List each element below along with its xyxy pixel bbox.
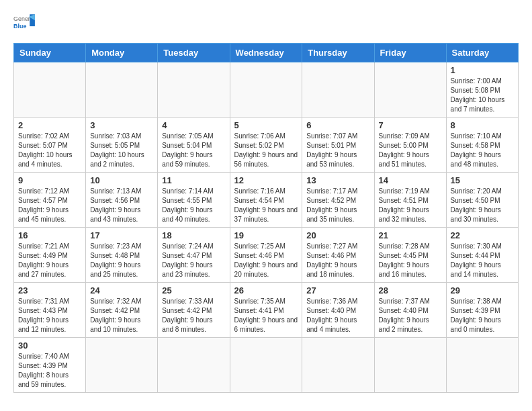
day-info: Sunrise: 7:20 AM Sunset: 4:50 PM Dayligh…	[451, 187, 514, 224]
calendar-cell	[374, 338, 446, 393]
day-info: Sunrise: 7:02 AM Sunset: 5:07 PM Dayligh…	[18, 132, 81, 169]
day-info: Sunrise: 7:07 AM Sunset: 5:01 PM Dayligh…	[306, 132, 369, 169]
day-number: 25	[162, 285, 225, 295]
calendar-cell	[158, 62, 230, 118]
calendar-cell: 15Sunrise: 7:20 AM Sunset: 4:50 PM Dayli…	[446, 173, 518, 228]
day-info: Sunrise: 7:33 AM Sunset: 4:42 PM Dayligh…	[162, 297, 225, 334]
calendar-cell: 17Sunrise: 7:23 AM Sunset: 4:48 PM Dayli…	[86, 228, 158, 283]
calendar-cell	[302, 62, 374, 118]
week-row-3: 9Sunrise: 7:12 AM Sunset: 4:57 PM Daylig…	[14, 173, 519, 228]
day-number: 27	[306, 285, 369, 295]
day-number: 28	[379, 285, 442, 295]
day-info: Sunrise: 7:03 AM Sunset: 5:05 PM Dayligh…	[90, 132, 153, 169]
day-info: Sunrise: 7:09 AM Sunset: 5:00 PM Dayligh…	[379, 132, 442, 169]
day-number: 22	[451, 230, 514, 240]
weekday-header-monday: Monday	[86, 44, 158, 62]
calendar-cell: 23Sunrise: 7:31 AM Sunset: 4:43 PM Dayli…	[14, 283, 86, 338]
week-row-1: 1Sunrise: 7:00 AM Sunset: 5:08 PM Daylig…	[14, 62, 519, 118]
day-number: 7	[379, 120, 442, 130]
calendar-cell	[230, 338, 302, 393]
calendar-cell: 27Sunrise: 7:36 AM Sunset: 4:40 PM Dayli…	[302, 283, 374, 338]
day-info: Sunrise: 7:23 AM Sunset: 4:48 PM Dayligh…	[90, 242, 153, 279]
logo: General Blue	[13, 13, 35, 32]
day-info: Sunrise: 7:30 AM Sunset: 4:44 PM Dayligh…	[451, 242, 514, 279]
calendar-cell: 4Sunrise: 7:05 AM Sunset: 5:04 PM Daylig…	[158, 118, 230, 173]
calendar-cell: 16Sunrise: 7:21 AM Sunset: 4:49 PM Dayli…	[14, 228, 86, 283]
calendar-cell	[374, 62, 446, 118]
day-number: 12	[234, 175, 298, 185]
calendar-cell: 12Sunrise: 7:16 AM Sunset: 4:54 PM Dayli…	[230, 173, 302, 228]
page-header: General Blue	[13, 13, 519, 32]
day-number: 26	[234, 285, 298, 295]
calendar-cell: 1Sunrise: 7:00 AM Sunset: 5:08 PM Daylig…	[446, 62, 518, 118]
calendar-cell	[446, 338, 518, 393]
calendar-cell: 10Sunrise: 7:13 AM Sunset: 4:56 PM Dayli…	[86, 173, 158, 228]
calendar-cell: 3Sunrise: 7:03 AM Sunset: 5:05 PM Daylig…	[86, 118, 158, 173]
day-info: Sunrise: 7:06 AM Sunset: 5:02 PM Dayligh…	[234, 132, 298, 169]
calendar-cell: 22Sunrise: 7:30 AM Sunset: 4:44 PM Dayli…	[446, 228, 518, 283]
day-info: Sunrise: 7:13 AM Sunset: 4:56 PM Dayligh…	[90, 187, 153, 224]
calendar-cell: 6Sunrise: 7:07 AM Sunset: 5:01 PM Daylig…	[302, 118, 374, 173]
day-info: Sunrise: 7:17 AM Sunset: 4:52 PM Dayligh…	[306, 187, 369, 224]
day-number: 18	[162, 230, 225, 240]
day-info: Sunrise: 7:10 AM Sunset: 4:58 PM Dayligh…	[451, 132, 514, 169]
weekday-header-tuesday: Tuesday	[158, 44, 230, 62]
calendar-table: SundayMondayTuesdayWednesdayThursdayFrid…	[13, 43, 519, 393]
calendar-cell: 28Sunrise: 7:37 AM Sunset: 4:40 PM Dayli…	[374, 283, 446, 338]
week-row-4: 16Sunrise: 7:21 AM Sunset: 4:49 PM Dayli…	[14, 228, 519, 283]
day-number: 24	[90, 285, 153, 295]
day-info: Sunrise: 7:25 AM Sunset: 4:46 PM Dayligh…	[234, 242, 298, 279]
calendar-cell: 26Sunrise: 7:35 AM Sunset: 4:41 PM Dayli…	[230, 283, 302, 338]
day-info: Sunrise: 7:24 AM Sunset: 4:47 PM Dayligh…	[162, 242, 225, 279]
day-info: Sunrise: 7:40 AM Sunset: 4:39 PM Dayligh…	[18, 352, 81, 390]
day-number: 8	[451, 120, 514, 130]
calendar-cell: 24Sunrise: 7:32 AM Sunset: 4:42 PM Dayli…	[86, 283, 158, 338]
weekday-header-wednesday: Wednesday	[230, 44, 302, 62]
calendar-cell: 19Sunrise: 7:25 AM Sunset: 4:46 PM Dayli…	[230, 228, 302, 283]
calendar-cell: 21Sunrise: 7:28 AM Sunset: 4:45 PM Dayli…	[374, 228, 446, 283]
svg-text:Blue: Blue	[13, 23, 26, 30]
calendar-cell	[158, 338, 230, 393]
calendar-cell: 14Sunrise: 7:19 AM Sunset: 4:51 PM Dayli…	[374, 173, 446, 228]
day-info: Sunrise: 7:36 AM Sunset: 4:40 PM Dayligh…	[306, 297, 369, 334]
day-info: Sunrise: 7:16 AM Sunset: 4:54 PM Dayligh…	[234, 187, 298, 224]
day-info: Sunrise: 7:27 AM Sunset: 4:46 PM Dayligh…	[306, 242, 369, 279]
calendar-cell	[230, 62, 302, 118]
day-number: 29	[451, 285, 514, 295]
calendar-cell: 13Sunrise: 7:17 AM Sunset: 4:52 PM Dayli…	[302, 173, 374, 228]
weekday-header-thursday: Thursday	[302, 44, 374, 62]
day-info: Sunrise: 7:12 AM Sunset: 4:57 PM Dayligh…	[18, 187, 81, 224]
day-number: 5	[234, 120, 298, 130]
day-number: 16	[18, 230, 81, 240]
day-number: 2	[18, 120, 81, 130]
day-info: Sunrise: 7:38 AM Sunset: 4:39 PM Dayligh…	[451, 297, 514, 334]
day-info: Sunrise: 7:35 AM Sunset: 4:41 PM Dayligh…	[234, 297, 298, 334]
day-info: Sunrise: 7:31 AM Sunset: 4:43 PM Dayligh…	[18, 297, 81, 334]
day-number: 1	[451, 65, 514, 75]
day-number: 21	[379, 230, 442, 240]
calendar-cell: 7Sunrise: 7:09 AM Sunset: 5:00 PM Daylig…	[374, 118, 446, 173]
day-number: 20	[306, 230, 369, 240]
day-number: 4	[162, 120, 225, 130]
day-number: 23	[18, 285, 81, 295]
day-number: 13	[306, 175, 369, 185]
calendar-cell: 29Sunrise: 7:38 AM Sunset: 4:39 PM Dayli…	[446, 283, 518, 338]
day-number: 15	[451, 175, 514, 185]
week-row-2: 2Sunrise: 7:02 AM Sunset: 5:07 PM Daylig…	[14, 118, 519, 173]
calendar-cell: 2Sunrise: 7:02 AM Sunset: 5:07 PM Daylig…	[14, 118, 86, 173]
weekday-header-saturday: Saturday	[446, 44, 518, 62]
calendar-cell: 25Sunrise: 7:33 AM Sunset: 4:42 PM Dayli…	[158, 283, 230, 338]
calendar-cell	[14, 62, 86, 118]
calendar-cell: 5Sunrise: 7:06 AM Sunset: 5:02 PM Daylig…	[230, 118, 302, 173]
day-number: 17	[90, 230, 153, 240]
calendar-cell	[302, 338, 374, 393]
day-info: Sunrise: 7:05 AM Sunset: 5:04 PM Dayligh…	[162, 132, 225, 169]
weekday-header-friday: Friday	[374, 44, 446, 62]
day-number: 14	[379, 175, 442, 185]
day-number: 19	[234, 230, 298, 240]
day-number: 11	[162, 175, 225, 185]
calendar-cell: 30Sunrise: 7:40 AM Sunset: 4:39 PM Dayli…	[14, 338, 86, 393]
day-info: Sunrise: 7:14 AM Sunset: 4:55 PM Dayligh…	[162, 187, 225, 224]
day-number: 9	[18, 175, 81, 185]
week-row-6: 30Sunrise: 7:40 AM Sunset: 4:39 PM Dayli…	[14, 338, 519, 393]
